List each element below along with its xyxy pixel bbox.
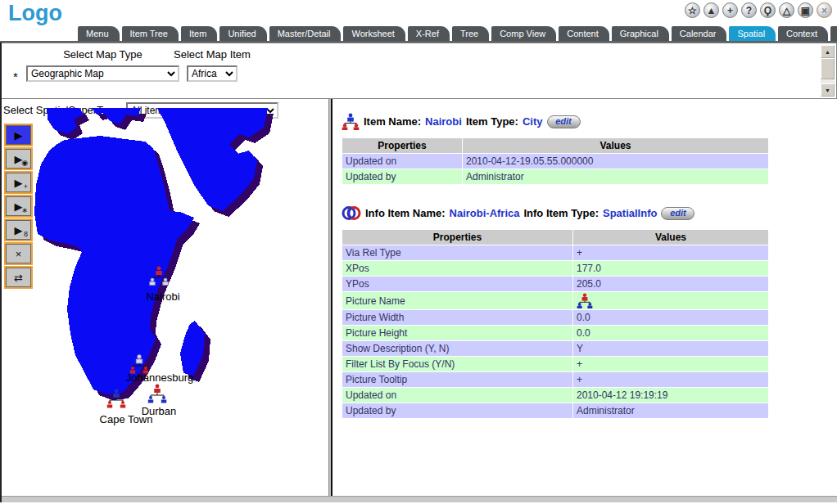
map-legend-icon[interactable]: ▲ xyxy=(704,2,719,18)
tab-graphical[interactable]: Graphical xyxy=(612,26,669,41)
close-icon[interactable]: × xyxy=(817,2,832,18)
tab-type[interactable]: Type xyxy=(830,26,837,41)
tab-tree[interactable]: Tree xyxy=(452,26,489,41)
scroll-up-button[interactable]: ▲ xyxy=(821,45,835,58)
property-cell: Updated by xyxy=(342,169,463,185)
property-cell: Updated on xyxy=(342,154,463,169)
scroll-down-button[interactable]: ▼ xyxy=(821,83,835,97)
table-row: Filter List By Focus (Y/N)+ xyxy=(342,357,769,372)
info-properties-table: PropertiesValuesVia Rel Type+XPos177.0YP… xyxy=(342,229,769,419)
map-type-select[interactable]: Geographic Map xyxy=(26,65,179,82)
value-cell: 205.0 xyxy=(573,277,769,292)
map-toolbar: ▶▶◉▶+▶∗▶8×⇄ xyxy=(4,124,33,289)
value-cell: 177.0 xyxy=(573,261,769,277)
info-item-type-label: Info Item Type: xyxy=(523,207,598,219)
tab-item-tree[interactable]: Item Tree xyxy=(122,26,179,41)
table-row: Picture Name xyxy=(342,292,769,310)
required-marker: * xyxy=(13,70,18,83)
value-cell: + xyxy=(573,357,769,372)
item-name-label: Item Name: xyxy=(364,115,421,128)
key-icon[interactable]: Ϙ xyxy=(760,2,776,18)
property-cell: Updated on xyxy=(342,388,573,403)
tab-worksheet[interactable]: Worksheet xyxy=(343,26,405,41)
table-row: YPos205.0 xyxy=(342,277,769,292)
tab-calendar[interactable]: Calendar xyxy=(672,26,727,41)
city-label-cape-town: Cape Town xyxy=(100,413,153,425)
tab-master-detail[interactable]: Master/Detail xyxy=(269,26,342,41)
map-type-label: Select Map Type xyxy=(26,48,179,61)
tab-spatial[interactable]: Spatial xyxy=(729,26,776,41)
scroll-thumb[interactable] xyxy=(821,58,835,79)
star-icon[interactable]: ☆ xyxy=(685,2,700,18)
map-item-select[interactable]: Africa xyxy=(187,65,238,82)
scale-tool-button[interactable]: ▶∗ xyxy=(4,195,33,218)
panel-scrollbar[interactable]: ▲ ▼ xyxy=(821,45,835,97)
refresh-page-tool-button[interactable]: ⇄ xyxy=(4,266,33,289)
item-type-label: Item Type: xyxy=(466,115,518,128)
column-header: Values xyxy=(573,230,769,245)
table-row: Picture Tooltip+ xyxy=(342,372,769,388)
table-row: Updated on2010-04-12 19:19:19 xyxy=(342,388,769,403)
table-row: Picture Width0.0 xyxy=(342,310,769,326)
select-tool-button[interactable]: ▶ xyxy=(4,124,33,146)
property-cell: Updated by xyxy=(342,403,573,419)
value-cell: Y xyxy=(573,341,769,357)
tab-context[interactable]: Context xyxy=(778,26,828,41)
table-row: XPos177.0 xyxy=(342,261,769,277)
value-cell: Administrator xyxy=(463,169,769,185)
property-cell: YPos xyxy=(342,277,573,292)
table-row: Updated on2010-04-12-19.05.55.000000 xyxy=(342,154,769,169)
table-row: Updated byAdministrator xyxy=(342,169,769,185)
property-cell: Show Description (Y, N) xyxy=(342,341,573,357)
header-icon-bar: ☆▲+?Ϙ△▣× xyxy=(685,2,832,18)
value-cell: 0.0 xyxy=(573,310,769,326)
map-item-label: Select Map Item xyxy=(174,48,251,61)
value-cell: 2010-04-12 19:19:19 xyxy=(573,388,769,403)
tab-comp-view[interactable]: Comp View xyxy=(491,26,556,41)
map-selection-panel: * Select Map Type Geographic Map Select … xyxy=(2,43,837,99)
property-cell: Filter List By Focus (Y/N) xyxy=(342,357,573,372)
item-properties-table: PropertiesValuesUpdated on2010-04-12-19.… xyxy=(342,137,769,185)
info-section-header: Info Item Name: Nairobi-Africa Info Item… xyxy=(342,205,837,222)
windows-icon[interactable]: ▣ xyxy=(798,2,813,18)
view-tool-button[interactable]: ▶◉ xyxy=(4,147,33,170)
item-section-header: Item Name: Nairobi Item Type: City edit xyxy=(342,113,837,130)
app-header: Logo ☆▲+?Ϙ△▣× xyxy=(0,0,837,26)
add-icon[interactable]: + xyxy=(722,2,738,18)
city-label-johannesburg: Johannesburg xyxy=(126,371,193,384)
table-row: Updated byAdministrator xyxy=(342,403,769,419)
property-cell: Picture Tooltip xyxy=(342,372,573,388)
property-cell: Picture Width xyxy=(342,310,573,326)
value-cell: 0.0 xyxy=(573,326,769,341)
tab-content[interactable]: Content xyxy=(559,26,609,41)
table-row: Via Rel Type+ xyxy=(342,245,769,261)
tab-unified[interactable]: Unified xyxy=(219,26,266,41)
item-edit-button[interactable]: edit xyxy=(547,115,581,128)
bottom-scroll-strip[interactable] xyxy=(2,496,837,502)
info-edit-button[interactable]: edit xyxy=(661,207,694,220)
property-cell: XPos xyxy=(342,261,573,277)
column-header: Values xyxy=(463,138,769,154)
table-row: Picture Height0.0 xyxy=(342,326,769,341)
move-tool-button[interactable]: ▶+ xyxy=(4,171,33,194)
tab-x-ref[interactable]: X-Ref xyxy=(408,26,450,41)
property-cell: Picture Height xyxy=(342,326,573,341)
help-icon[interactable]: ? xyxy=(741,2,757,18)
value-cell: + xyxy=(573,372,769,388)
delta-icon[interactable]: △ xyxy=(779,2,794,18)
tab-menu[interactable]: Menu xyxy=(78,26,120,41)
item-type-value: City xyxy=(523,115,543,128)
city-label-nairobi: Nairobi xyxy=(146,290,179,303)
property-cell: Picture Name xyxy=(342,292,573,310)
property-cell: Via Rel Type xyxy=(342,245,573,261)
link-tool-button[interactable]: ▶8 xyxy=(4,218,33,241)
africa-map[interactable]: NairobiJohannesburgDurbanCape Town xyxy=(34,103,329,471)
app-logo: Logo xyxy=(8,1,62,26)
delete-tool-button[interactable]: × xyxy=(4,242,33,265)
info-item-name-label: Info Item Name: xyxy=(365,207,446,219)
map-marker-durban[interactable] xyxy=(148,385,166,403)
value-cell: Administrator xyxy=(573,403,769,419)
value-cell: 2010-04-12-19.05.55.000000 xyxy=(463,154,769,169)
tab-item[interactable]: Item xyxy=(181,26,217,41)
info-item-type-value: SpatialInfo xyxy=(603,207,657,219)
